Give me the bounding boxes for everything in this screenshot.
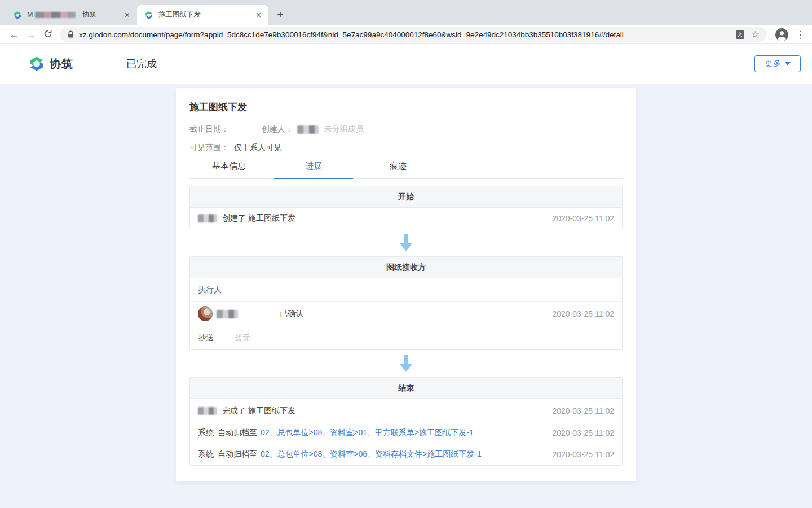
- forward-icon[interactable]: →: [23, 29, 39, 41]
- detail-tabs: 基本信息 进展 痕迹: [189, 161, 623, 179]
- event-text: 创建了 施工图纸下发: [222, 213, 295, 224]
- section-title: 图纸接收方: [190, 257, 622, 278]
- tab-trace[interactable]: 痕迹: [359, 161, 438, 178]
- browser-chrome: M- 协筑 × 施工图纸下发 × + ← → xz.glodon.com/doc…: [0, 0, 812, 44]
- event-text: 自动归档至: [218, 449, 257, 459]
- archive-path-link[interactable]: 02、总包单位>08、资料室>06、资料存档文件>施工图纸下发-1: [261, 449, 482, 459]
- progress-timeline: 开始 创建了 施工图纸下发 2020-03-25 11:02 图纸接收方 执行人: [189, 186, 623, 466]
- deadline-label: 截止日期：: [189, 124, 229, 134]
- document-title: 施工图纸下发: [189, 100, 623, 113]
- browser-tab-detail[interactable]: 施工图纸下发 ×: [137, 5, 268, 25]
- glodon-logo-icon: [28, 55, 45, 72]
- profile-avatar-icon[interactable]: [775, 28, 789, 42]
- event-text: 完成了 施工图纸下发: [222, 406, 295, 416]
- executor-label: 执行人: [198, 285, 222, 295]
- address-input[interactable]: xz.glodon.com/document/page/form?appid=5…: [60, 27, 766, 42]
- lock-icon[interactable]: [68, 30, 74, 38]
- browser-tab-workspace[interactable]: M- 协筑 ×: [6, 5, 137, 25]
- chevron-down-icon: [785, 62, 791, 65]
- translate-icon[interactable]: 文: [736, 30, 744, 39]
- confirm-status: 已确认: [280, 309, 303, 319]
- refresh-icon[interactable]: [39, 28, 56, 41]
- flow-arrow: [189, 234, 623, 251]
- bookmark-star-icon[interactable]: ☆: [751, 29, 760, 41]
- cc-row: 抄送 暂无: [190, 326, 622, 349]
- back-icon[interactable]: ←: [6, 29, 23, 41]
- new-tab-button[interactable]: +: [272, 6, 289, 23]
- cc-label: 抄送: [198, 333, 214, 343]
- executor-name-redacted: [217, 310, 238, 318]
- tab-strip: M- 协筑 × 施工图纸下发 × +: [0, 0, 812, 25]
- actor-name-redacted: [198, 214, 217, 222]
- tab-title: M- 协筑: [27, 10, 123, 20]
- timeline-row: 创建了 施工图纸下发 2020-03-25 11:02: [190, 208, 622, 229]
- more-button-label: 更多: [765, 59, 781, 69]
- url-bar: ← → xz.glodon.com/document/page/form?app…: [0, 25, 812, 44]
- actor-system: 系统: [198, 449, 214, 459]
- event-time: 2020-03-25 11:02: [553, 309, 615, 318]
- event-time: 2020-03-25 11:02: [553, 406, 615, 415]
- section-title: 结束: [190, 378, 622, 399]
- timeline-row: 完成了 施工图纸下发 2020-03-25 11:02: [190, 399, 622, 422]
- flow-arrow: [189, 355, 623, 372]
- arrow-down-icon: [399, 234, 413, 251]
- timeline-section-start: 开始 创建了 施工图纸下发 2020-03-25 11:02: [189, 186, 623, 229]
- glodon-favicon-icon: [13, 11, 22, 20]
- cc-value: 暂无: [235, 333, 250, 343]
- scope-label: 可见范围：: [189, 143, 229, 153]
- creator-label: 创建人：: [262, 124, 293, 134]
- event-text: 自动归档至: [218, 428, 257, 438]
- page-body: 施工图纸下发 截止日期： – 创建人： 未分组成员 可见范围： 仅干系人可见 基…: [0, 88, 812, 508]
- section-title: 开始: [190, 186, 622, 208]
- tab-title: 施工图纸下发: [158, 10, 254, 20]
- executor-label-row: 执行人: [190, 278, 622, 302]
- close-icon[interactable]: ×: [123, 10, 131, 20]
- glodon-favicon-icon: [144, 11, 153, 20]
- creator-group: 未分组成员: [324, 124, 364, 134]
- app-header: 协筑 已完成 更多: [0, 44, 812, 84]
- meta-row-1: 截止日期： – 创建人： 未分组成员: [189, 124, 623, 134]
- archive-path-link[interactable]: 02、总包单位>08、资料室>01、甲方联系单>施工图纸下发-1: [261, 428, 474, 438]
- creator-name-redacted: [297, 125, 319, 134]
- event-time: 2020-03-25 11:02: [553, 450, 615, 459]
- tab-basic-info[interactable]: 基本信息: [189, 161, 268, 178]
- page-status-title: 已完成: [126, 57, 157, 71]
- timeline-section-end: 结束 完成了 施工图纸下发 2020-03-25 11:02 系统 自动归档至 …: [189, 377, 623, 466]
- timeline-row: 系统 自动归档至 02、总包单位>08、资料室>01、甲方联系单>施工图纸下发-…: [190, 422, 622, 444]
- app-logo-text: 协筑: [50, 56, 73, 72]
- detail-card: 施工图纸下发 截止日期： – 创建人： 未分组成员 可见范围： 仅干系人可见 基…: [176, 88, 636, 481]
- executor-row: 已确认 2020-03-25 11:02: [190, 302, 622, 326]
- close-icon[interactable]: ×: [254, 10, 263, 20]
- event-time: 2020-03-25 11:02: [553, 214, 615, 223]
- timeline-section-recipient: 图纸接收方 执行人 已确认 2020-03-25 11:02 抄送 暂无: [189, 256, 623, 350]
- actor-name-redacted: [198, 407, 217, 415]
- arrow-down-icon: [399, 355, 413, 372]
- app-logo[interactable]: 协筑: [28, 55, 73, 72]
- event-time: 2020-03-25 11:02: [553, 428, 615, 437]
- deadline-value: –: [229, 125, 233, 134]
- meta-row-2: 可见范围： 仅干系人可见: [189, 143, 623, 153]
- tab-progress[interactable]: 进展: [274, 161, 353, 178]
- redacted-text: [35, 12, 76, 18]
- url-text: xz.glodon.com/document/page/form?appid=5…: [79, 30, 732, 39]
- more-button[interactable]: 更多: [754, 55, 801, 72]
- browser-menu-icon[interactable]: ⋮: [794, 29, 806, 41]
- timeline-row: 系统 自动归档至 02、总包单位>08、资料室>06、资料存档文件>施工图纸下发…: [190, 444, 622, 465]
- avatar: [198, 306, 213, 321]
- actor-system: 系统: [198, 428, 214, 438]
- scope-value: 仅干系人可见: [234, 143, 281, 153]
